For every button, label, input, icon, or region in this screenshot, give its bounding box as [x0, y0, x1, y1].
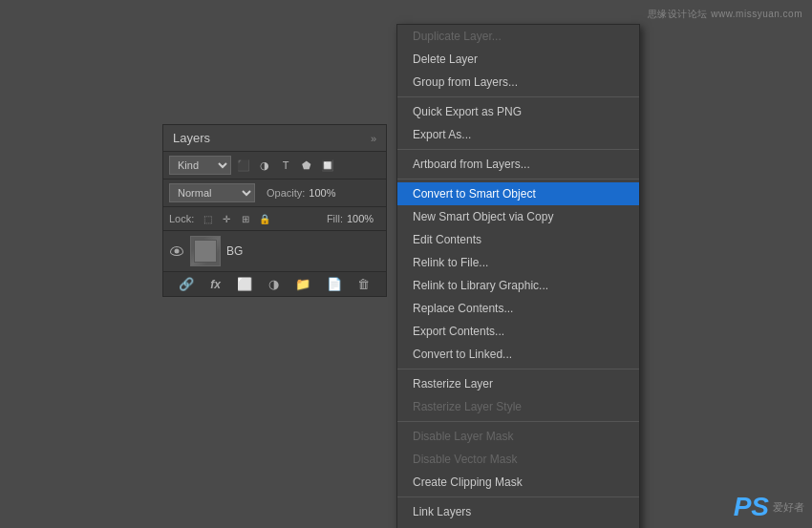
- layers-footer: 🔗 fx ⬜ ◑ 📁 📄 🗑: [163, 271, 386, 296]
- filter-smart-icon[interactable]: 🔲: [319, 157, 336, 174]
- panel-arrows[interactable]: »: [371, 133, 376, 144]
- menu-item-export-contents[interactable]: Export Contents...: [397, 320, 639, 343]
- menu-item-relink-library[interactable]: Relink to Library Graphic...: [397, 274, 639, 297]
- separator-5: [397, 421, 639, 422]
- menu-item-relink-file[interactable]: Relink to File...: [397, 251, 639, 274]
- blend-mode-select[interactable]: Normal: [169, 183, 255, 202]
- menu-item-new-smart-copy[interactable]: New Smart Object via Copy: [397, 205, 639, 228]
- separator-6: [397, 496, 639, 497]
- separator-1: [397, 96, 639, 97]
- menu-item-select-linked[interactable]: Select Linked Layers: [397, 523, 639, 528]
- layers-toolbar: Kind ⬛ ◑ T ⬟ 🔲: [163, 152, 386, 180]
- menu-item-group-from-layers[interactable]: Group from Layers...: [397, 71, 639, 94]
- menu-item-convert-smart[interactable]: Convert to Smart Object: [397, 182, 639, 205]
- ps-sub: 爱好者: [773, 500, 804, 515]
- menu-item-replace-contents[interactable]: Replace Contents...: [397, 297, 639, 320]
- lock-pixels-icon[interactable]: ⬚: [200, 211, 215, 226]
- eye-icon: [170, 246, 183, 256]
- layer-name: BG: [226, 244, 243, 258]
- opacity-label: Opacity:: [267, 187, 305, 199]
- lock-label: Lock:: [169, 213, 194, 224]
- kind-select[interactable]: Kind: [169, 156, 231, 175]
- filter-shape-icon[interactable]: ⬟: [298, 157, 315, 174]
- layer-visibility-toggle[interactable]: [169, 243, 184, 259]
- fill-label: Fill:: [327, 213, 343, 224]
- layer-thumbnail-inner: [194, 240, 217, 263]
- menu-item-artboard[interactable]: Artboard from Layers...: [397, 153, 639, 176]
- adjustment-icon[interactable]: ◑: [268, 277, 279, 291]
- menu-item-rasterize-style[interactable]: Rasterize Layer Style: [397, 395, 639, 418]
- fx-icon[interactable]: fx: [210, 278, 221, 291]
- filter-pixel-icon[interactable]: ⬛: [235, 157, 252, 174]
- menu-item-edit-contents[interactable]: Edit Contents: [397, 228, 639, 251]
- menu-item-create-clipping-mask[interactable]: Create Clipping Mask: [397, 471, 639, 494]
- menu-item-disable-vector-mask[interactable]: Disable Vector Mask: [397, 448, 639, 471]
- separator-3: [397, 179, 639, 180]
- delete-layer-icon[interactable]: 🗑: [357, 277, 370, 291]
- menu-item-rasterize-layer[interactable]: Rasterize Layer: [397, 372, 639, 395]
- menu-item-convert-linked[interactable]: Convert to Linked...: [397, 343, 639, 366]
- lock-position-icon[interactable]: ✛: [219, 211, 234, 226]
- link-icon[interactable]: 🔗: [179, 277, 194, 291]
- filter-type-icon[interactable]: T: [277, 157, 294, 174]
- new-group-icon[interactable]: 📁: [295, 277, 310, 291]
- layers-options: Normal Opacity: 100%: [163, 180, 386, 207]
- menu-item-delete-layer[interactable]: Delete Layer: [397, 48, 639, 71]
- menu-item-quick-export[interactable]: Quick Export as PNG: [397, 100, 639, 123]
- add-mask-icon[interactable]: ⬜: [237, 277, 252, 291]
- filter-adjust-icon[interactable]: ◑: [256, 157, 273, 174]
- opacity-value: 100%: [309, 187, 342, 199]
- watermark: 思缘设计论坛 www.missyuan.com: [648, 8, 802, 21]
- lock-artboard-icon[interactable]: ⊞: [238, 211, 253, 226]
- fill-value: 100%: [347, 213, 380, 224]
- separator-4: [397, 369, 639, 370]
- layers-panel-header: Layers »: [163, 125, 386, 152]
- separator-2: [397, 149, 639, 150]
- layers-panel: Layers » Kind ⬛ ◑ T ⬟ 🔲 Normal Opacity: …: [162, 124, 387, 297]
- layers-lock-bar: Lock: ⬚ ✛ ⊞ 🔒 Fill: 100%: [163, 207, 386, 231]
- menu-item-disable-layer-mask[interactable]: Disable Layer Mask: [397, 425, 639, 448]
- layers-panel-title: Layers: [173, 131, 210, 145]
- menu-item-link-layers[interactable]: Link Layers: [397, 500, 639, 523]
- layer-item-bg[interactable]: BG: [163, 231, 386, 271]
- context-menu: Duplicate Layer... Delete Layer Group fr…: [396, 24, 640, 528]
- menu-item-duplicate-layer[interactable]: Duplicate Layer...: [397, 25, 639, 48]
- ps-text: PS: [734, 494, 769, 520]
- new-layer-icon[interactable]: 📄: [327, 277, 342, 291]
- menu-item-export-as[interactable]: Export As...: [397, 123, 639, 146]
- ps-logo: PS 爱好者: [734, 494, 804, 520]
- layer-thumbnail: [190, 236, 221, 266]
- lock-all-icon[interactable]: 🔒: [257, 211, 272, 226]
